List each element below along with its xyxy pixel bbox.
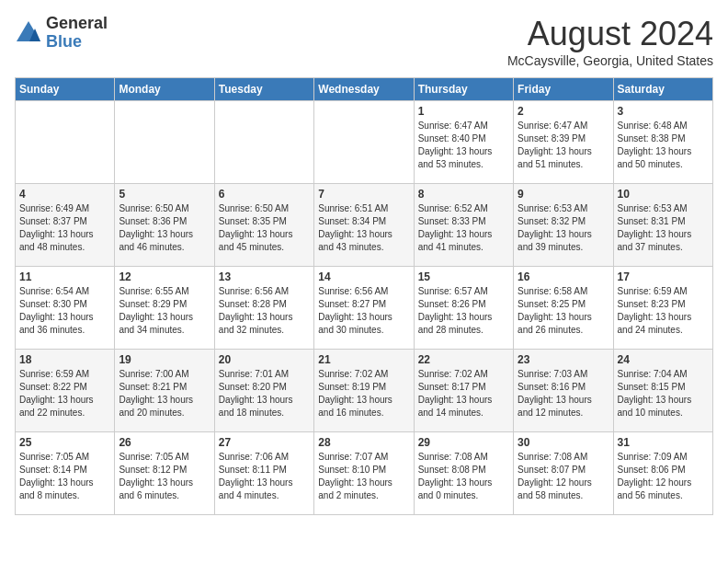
day-cell: 26Sunrise: 7:05 AM Sunset: 8:12 PM Dayli… [115,432,214,515]
day-info: Sunrise: 6:47 AM Sunset: 8:40 PM Dayligh… [418,120,509,171]
day-number: 18 [19,353,110,366]
day-cell: 8Sunrise: 6:52 AM Sunset: 8:33 PM Daylig… [414,184,513,267]
day-cell: 4Sunrise: 6:49 AM Sunset: 8:37 PM Daylig… [16,184,115,267]
header-wednesday: Wednesday [314,78,414,101]
day-number: 29 [418,436,509,449]
day-number: 24 [618,353,709,366]
day-cell: 15Sunrise: 6:57 AM Sunset: 8:26 PM Dayli… [414,267,513,350]
day-info: Sunrise: 6:49 AM Sunset: 8:37 PM Dayligh… [19,202,110,254]
day-info: Sunrise: 6:54 AM Sunset: 8:30 PM Dayligh… [19,285,110,337]
day-info: Sunrise: 7:02 AM Sunset: 8:17 PM Dayligh… [418,368,509,419]
day-number: 20 [219,353,310,366]
day-cell [314,101,414,184]
day-info: Sunrise: 6:59 AM Sunset: 8:23 PM Dayligh… [618,285,709,337]
logo-general: General [46,15,108,33]
day-info: Sunrise: 7:01 AM Sunset: 8:20 PM Dayligh… [219,368,310,419]
day-cell: 19Sunrise: 7:00 AM Sunset: 8:21 PM Dayli… [115,350,214,432]
day-cell: 1Sunrise: 6:47 AM Sunset: 8:40 PM Daylig… [414,101,513,184]
day-cell: 3Sunrise: 6:48 AM Sunset: 8:38 PM Daylig… [613,101,712,184]
day-cell [214,101,313,184]
header-thursday: Thursday [414,78,513,101]
day-info: Sunrise: 7:08 AM Sunset: 8:08 PM Dayligh… [418,451,509,502]
page-header: General Blue August 2024 McCaysville, Ge… [15,15,713,68]
day-cell: 27Sunrise: 7:06 AM Sunset: 8:11 PM Dayli… [214,432,313,515]
day-number: 26 [119,436,210,449]
day-cell: 10Sunrise: 6:53 AM Sunset: 8:31 PM Dayli… [613,184,712,267]
day-info: Sunrise: 7:05 AM Sunset: 8:12 PM Dayligh… [119,451,210,502]
day-number: 14 [318,270,409,283]
day-info: Sunrise: 7:03 AM Sunset: 8:16 PM Dayligh… [518,368,609,419]
day-info: Sunrise: 7:09 AM Sunset: 8:06 PM Dayligh… [618,451,709,502]
day-cell: 22Sunrise: 7:02 AM Sunset: 8:17 PM Dayli… [414,350,513,432]
day-cell: 25Sunrise: 7:05 AM Sunset: 8:14 PM Dayli… [16,432,115,515]
day-number: 6 [219,188,310,201]
day-info: Sunrise: 7:06 AM Sunset: 8:11 PM Dayligh… [219,451,310,502]
day-number: 22 [418,353,509,366]
day-info: Sunrise: 7:05 AM Sunset: 8:14 PM Dayligh… [19,451,110,502]
day-number: 21 [318,353,409,366]
day-cell: 2Sunrise: 6:47 AM Sunset: 8:39 PM Daylig… [514,101,613,184]
day-info: Sunrise: 6:56 AM Sunset: 8:28 PM Dayligh… [219,285,310,337]
logo: General Blue [15,15,108,52]
header-tuesday: Tuesday [214,78,313,101]
day-info: Sunrise: 6:51 AM Sunset: 8:34 PM Dayligh… [318,202,409,254]
day-cell: 17Sunrise: 6:59 AM Sunset: 8:23 PM Dayli… [613,267,712,350]
header-row: SundayMondayTuesdayWednesdayThursdayFrid… [16,78,713,101]
day-number: 25 [19,436,110,449]
day-info: Sunrise: 6:55 AM Sunset: 8:29 PM Dayligh… [119,285,210,337]
day-info: Sunrise: 7:00 AM Sunset: 8:21 PM Dayligh… [119,368,210,419]
header-friday: Friday [514,78,613,101]
logo-icon [15,19,42,47]
day-cell: 23Sunrise: 7:03 AM Sunset: 8:16 PM Dayli… [514,350,613,432]
day-cell: 13Sunrise: 6:56 AM Sunset: 8:28 PM Dayli… [214,267,313,350]
week-row-1: 4Sunrise: 6:49 AM Sunset: 8:37 PM Daylig… [16,184,713,267]
day-info: Sunrise: 6:53 AM Sunset: 8:31 PM Dayligh… [618,202,709,254]
calendar-table: SundayMondayTuesdayWednesdayThursdayFrid… [15,77,713,515]
day-number: 30 [518,436,609,449]
day-cell: 24Sunrise: 7:04 AM Sunset: 8:15 PM Dayli… [613,350,712,432]
day-number: 23 [518,353,609,366]
month-title: August 2024 [507,15,713,53]
header-sunday: Sunday [16,78,115,101]
day-number: 4 [19,188,110,201]
day-number: 5 [119,188,210,201]
location: McCaysville, Georgia, United States [507,53,713,68]
day-cell: 14Sunrise: 6:56 AM Sunset: 8:27 PM Dayli… [314,267,414,350]
week-row-4: 25Sunrise: 7:05 AM Sunset: 8:14 PM Dayli… [16,432,713,515]
day-cell: 31Sunrise: 7:09 AM Sunset: 8:06 PM Dayli… [613,432,712,515]
day-cell: 20Sunrise: 7:01 AM Sunset: 8:20 PM Dayli… [214,350,313,432]
day-info: Sunrise: 7:04 AM Sunset: 8:15 PM Dayligh… [618,368,709,419]
title-block: August 2024 McCaysville, Georgia, United… [507,15,713,68]
day-info: Sunrise: 7:02 AM Sunset: 8:19 PM Dayligh… [318,368,409,419]
day-number: 3 [618,105,709,118]
day-info: Sunrise: 6:58 AM Sunset: 8:25 PM Dayligh… [518,285,609,337]
day-number: 8 [418,188,509,201]
day-number: 11 [19,270,110,283]
day-cell: 6Sunrise: 6:50 AM Sunset: 8:35 PM Daylig… [214,184,313,267]
day-cell: 11Sunrise: 6:54 AM Sunset: 8:30 PM Dayli… [16,267,115,350]
day-number: 9 [518,188,609,201]
day-cell [16,101,115,184]
day-cell: 28Sunrise: 7:07 AM Sunset: 8:10 PM Dayli… [314,432,414,515]
day-cell: 18Sunrise: 6:59 AM Sunset: 8:22 PM Dayli… [16,350,115,432]
day-number: 13 [219,270,310,283]
day-info: Sunrise: 6:47 AM Sunset: 8:39 PM Dayligh… [518,120,609,171]
day-cell: 5Sunrise: 6:50 AM Sunset: 8:36 PM Daylig… [115,184,214,267]
day-info: Sunrise: 6:48 AM Sunset: 8:38 PM Dayligh… [618,120,709,171]
day-info: Sunrise: 6:59 AM Sunset: 8:22 PM Dayligh… [19,368,110,419]
day-number: 28 [318,436,409,449]
day-info: Sunrise: 7:08 AM Sunset: 8:07 PM Dayligh… [518,451,609,502]
day-number: 27 [219,436,310,449]
day-number: 15 [418,270,509,283]
day-cell: 7Sunrise: 6:51 AM Sunset: 8:34 PM Daylig… [314,184,414,267]
day-number: 7 [318,188,409,201]
day-info: Sunrise: 6:56 AM Sunset: 8:27 PM Dayligh… [318,285,409,337]
week-row-3: 18Sunrise: 6:59 AM Sunset: 8:22 PM Dayli… [16,350,713,432]
day-number: 1 [418,105,509,118]
week-row-0: 1Sunrise: 6:47 AM Sunset: 8:40 PM Daylig… [16,101,713,184]
header-monday: Monday [115,78,214,101]
day-info: Sunrise: 6:52 AM Sunset: 8:33 PM Dayligh… [418,202,509,254]
week-row-2: 11Sunrise: 6:54 AM Sunset: 8:30 PM Dayli… [16,267,713,350]
day-number: 19 [119,353,210,366]
day-cell: 30Sunrise: 7:08 AM Sunset: 8:07 PM Dayli… [514,432,613,515]
